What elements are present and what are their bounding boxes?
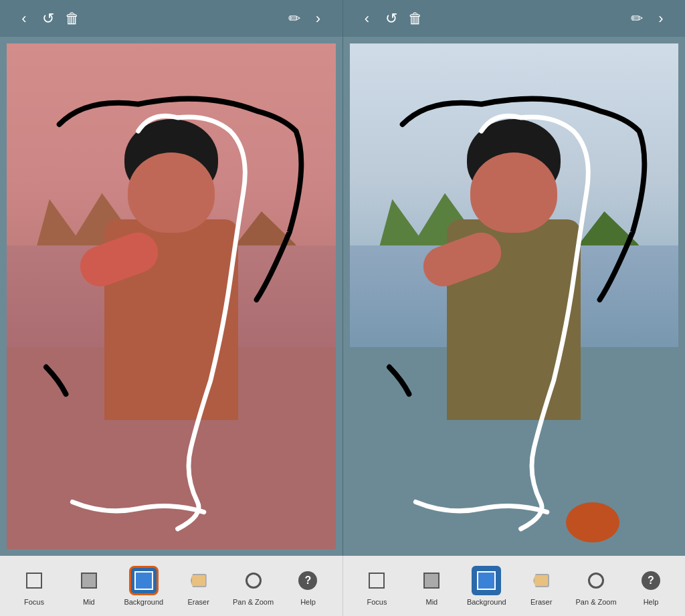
toolbar-left: ‹ ↺ 🗑 ✏ › bbox=[0, 0, 342, 37]
help-label-right: Help bbox=[644, 598, 659, 606]
tool-help-right[interactable]: ? Help bbox=[627, 566, 675, 606]
mid-icon-left bbox=[74, 566, 104, 595]
bottom-toolbar-right: Focus Mid Background Eraser bbox=[342, 556, 686, 616]
tool-focus-right[interactable]: Focus bbox=[353, 566, 401, 606]
help-label-left: Help bbox=[300, 598, 316, 606]
background-label-left: Background bbox=[124, 598, 163, 606]
forward-button-right[interactable]: › bbox=[649, 7, 673, 31]
tool-focus-left[interactable]: Focus bbox=[10, 566, 58, 606]
background-label-right: Background bbox=[467, 598, 506, 606]
focus-icon-right bbox=[362, 566, 391, 595]
eraser-icon-left bbox=[184, 566, 213, 595]
left-image-container[interactable] bbox=[7, 43, 336, 549]
eraser-shape-right bbox=[533, 574, 549, 587]
forward-button-left[interactable]: › bbox=[306, 7, 330, 31]
bottom-toolbar-left: Focus Mid Background Eraser bbox=[0, 556, 342, 616]
mid-icon-right bbox=[417, 566, 446, 595]
pan-icon-left bbox=[239, 566, 268, 595]
back-button-right[interactable]: ‹ bbox=[355, 7, 379, 31]
square-gray-icon-left bbox=[81, 573, 97, 589]
eraser-icon-right bbox=[526, 566, 556, 595]
help-icon-left: ? bbox=[293, 566, 322, 595]
background-icon-left bbox=[129, 566, 159, 595]
edit-button-right[interactable]: ✏ bbox=[625, 7, 649, 31]
top-toolbar: ‹ ↺ 🗑 ✏ › ‹ ↺ 🗑 ✏ › bbox=[0, 0, 685, 37]
undo-button-right[interactable]: ↺ bbox=[379, 7, 403, 31]
pan-icon-right bbox=[581, 566, 611, 595]
eraser-label-left: Eraser bbox=[187, 598, 209, 606]
square-empty-icon-right bbox=[369, 573, 385, 589]
back-button-left[interactable]: ‹ bbox=[12, 7, 36, 31]
circle-ring-icon-left bbox=[246, 573, 262, 589]
left-panel bbox=[0, 37, 342, 556]
main-area bbox=[0, 37, 685, 556]
right-image-container[interactable] bbox=[350, 43, 679, 549]
square-blue-icon-right bbox=[477, 571, 496, 590]
right-drawings-svg bbox=[350, 43, 679, 549]
tool-pan-left[interactable]: Pan & Zoom bbox=[229, 566, 278, 606]
tool-pan-right[interactable]: Pan & Zoom bbox=[572, 566, 620, 606]
pan-label-left: Pan & Zoom bbox=[233, 598, 274, 606]
focus-label-right: Focus bbox=[367, 598, 387, 606]
delete-button-left[interactable]: 🗑 bbox=[60, 7, 84, 31]
right-panel bbox=[342, 37, 686, 556]
undo-button-left[interactable]: ↺ bbox=[36, 7, 60, 31]
left-drawings-svg bbox=[7, 43, 336, 549]
pan-label-right: Pan & Zoom bbox=[576, 598, 617, 606]
square-gray-icon-right bbox=[423, 573, 439, 589]
focus-icon-left bbox=[19, 566, 49, 595]
focus-label-left: Focus bbox=[24, 598, 44, 606]
delete-button-right[interactable]: 🗑 bbox=[403, 7, 427, 31]
tool-mid-right[interactable]: Mid bbox=[407, 566, 456, 606]
toolbar-right: ‹ ↺ 🗑 ✏ › bbox=[342, 0, 686, 37]
question-icon-left: ? bbox=[298, 571, 317, 590]
edit-button-left[interactable]: ✏ bbox=[282, 7, 306, 31]
mid-label-left: Mid bbox=[83, 598, 95, 606]
question-icon-right: ? bbox=[642, 571, 660, 590]
tool-eraser-left[interactable]: Eraser bbox=[175, 566, 223, 606]
mid-label-right: Mid bbox=[425, 598, 437, 606]
tool-mid-left[interactable]: Mid bbox=[65, 566, 113, 606]
square-blue-icon-left bbox=[134, 571, 153, 590]
tool-background-left[interactable]: Background bbox=[120, 566, 168, 606]
help-icon-right: ? bbox=[636, 566, 666, 595]
eraser-shape-left bbox=[191, 574, 207, 587]
bottom-toolbar: Focus Mid Background Eraser bbox=[0, 556, 685, 616]
circle-ring-icon-right bbox=[588, 573, 604, 589]
background-icon-right bbox=[472, 566, 501, 595]
tool-eraser-right[interactable]: Eraser bbox=[517, 566, 565, 606]
tool-help-left[interactable]: ? Help bbox=[284, 566, 332, 606]
square-empty-icon-left bbox=[26, 573, 42, 589]
eraser-label-right: Eraser bbox=[530, 598, 552, 606]
tool-background-right[interactable]: Background bbox=[462, 566, 510, 606]
